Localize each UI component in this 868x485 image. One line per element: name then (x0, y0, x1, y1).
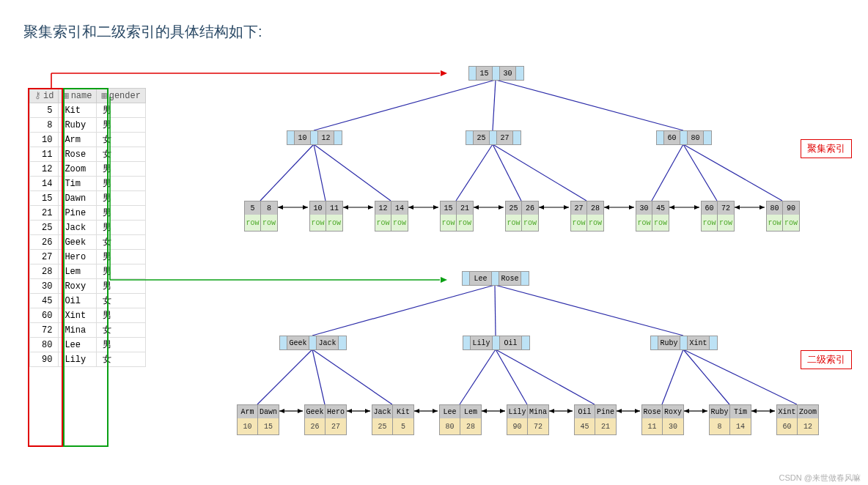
tree-leaf: ArmDawn1015 (237, 404, 279, 435)
svg-marker-50 (298, 409, 303, 413)
svg-line-45 (662, 349, 683, 404)
svg-marker-49 (279, 409, 284, 413)
name-column-highlight (63, 88, 108, 447)
tree-leaf: XintZoom6012 (776, 404, 819, 435)
tree-node: LeeRose (462, 271, 529, 286)
svg-line-11 (683, 144, 782, 201)
svg-marker-53 (365, 409, 370, 413)
svg-line-46 (683, 349, 729, 404)
tree-leaf: RubyTim814 (709, 404, 751, 435)
tree-leaf: 8090rowrow (766, 201, 800, 232)
svg-marker-61 (549, 409, 554, 413)
svg-marker-65 (635, 409, 640, 413)
tree-leaf: 1521rowrow (440, 201, 474, 232)
svg-marker-22 (474, 205, 479, 210)
tree-leaf: 1011rowrow (309, 201, 343, 232)
svg-line-9 (652, 144, 683, 201)
svg-marker-56 (433, 409, 438, 413)
svg-line-0 (314, 80, 496, 130)
tree-leaf: JackKit255 (372, 404, 414, 435)
svg-marker-29 (629, 205, 634, 210)
svg-line-37 (495, 285, 496, 336)
page-title: 聚集索引和二级索引的具体结构如下: (23, 22, 262, 42)
svg-marker-35 (760, 205, 765, 210)
tree-node: LilyOil (463, 336, 530, 350)
svg-line-4 (314, 144, 326, 201)
tree-leaf: LeeLem8028 (439, 404, 482, 435)
svg-marker-64 (617, 409, 622, 413)
tree-leaf: 58rowrow (244, 201, 278, 232)
tree-node: RubyXint (650, 336, 718, 350)
svg-marker-71 (770, 409, 775, 413)
svg-marker-23 (499, 205, 504, 210)
svg-line-8 (493, 144, 586, 201)
tree-leaf: LilyMina9072 (507, 404, 549, 435)
svg-marker-52 (347, 409, 352, 413)
tree-node: 6080 (656, 130, 712, 145)
svg-marker-67 (684, 409, 689, 413)
tree-leaf: 1214rowrow (375, 201, 408, 232)
svg-marker-59 (500, 409, 505, 413)
tree-leaf: 3045rowrow (636, 201, 669, 232)
svg-marker-32 (694, 205, 699, 210)
svg-marker-17 (368, 205, 373, 210)
svg-line-10 (683, 144, 717, 201)
svg-marker-68 (702, 409, 707, 413)
svg-marker-26 (564, 205, 569, 210)
svg-line-7 (493, 144, 521, 201)
svg-line-44 (496, 349, 595, 404)
tree-leaf: 2728rowrow (570, 201, 604, 232)
tree-leaf: 2526rowrow (505, 201, 539, 232)
svg-marker-58 (482, 409, 487, 413)
svg-marker-13 (278, 205, 283, 210)
svg-line-3 (260, 144, 314, 201)
svg-line-47 (683, 349, 797, 404)
tree-leaf: OilPine4521 (574, 404, 617, 435)
tree-node: GeekJack (279, 336, 347, 350)
svg-line-39 (257, 349, 312, 404)
svg-marker-62 (567, 409, 573, 413)
svg-marker-28 (604, 205, 609, 210)
svg-line-40 (312, 349, 325, 404)
svg-marker-55 (414, 409, 419, 413)
tree-node: 2527 (466, 130, 521, 145)
svg-marker-25 (539, 205, 544, 210)
svg-line-6 (456, 144, 493, 201)
id-column-highlight (28, 88, 63, 447)
tree-node: 1012 (287, 130, 342, 145)
svg-line-5 (314, 144, 391, 201)
svg-line-41 (312, 349, 392, 404)
svg-line-2 (496, 80, 683, 130)
svg-line-42 (460, 349, 496, 404)
svg-marker-70 (751, 409, 757, 413)
svg-line-36 (312, 285, 495, 336)
tree-node: 1530 (468, 66, 524, 81)
tree-leaf: RoseRoxy1130 (641, 404, 684, 435)
tree-diagram: 153010122527608058rowrow1011rowrow1214ro… (231, 60, 858, 478)
svg-marker-14 (303, 205, 308, 210)
svg-marker-34 (735, 205, 740, 210)
svg-marker-31 (669, 205, 674, 210)
tree-leaf: GeekHero2627 (304, 404, 347, 435)
watermark: CSDN @来世做春风嘛 (779, 473, 861, 484)
svg-marker-16 (343, 205, 348, 210)
tree-leaf: 6072rowrow (701, 201, 735, 232)
svg-line-1 (493, 80, 496, 130)
svg-marker-19 (408, 205, 413, 210)
svg-marker-20 (433, 205, 438, 210)
svg-line-43 (496, 349, 527, 404)
svg-line-38 (495, 285, 683, 336)
